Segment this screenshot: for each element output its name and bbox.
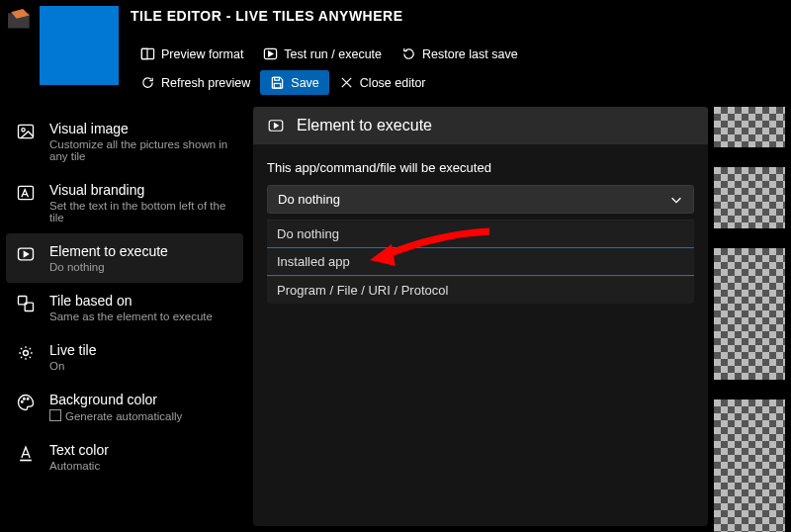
dropdown-option-installed-app[interactable]: Installed app xyxy=(267,247,694,276)
chevron-down-icon xyxy=(669,193,683,207)
svg-rect-6 xyxy=(275,83,282,88)
dropdown-option-do-nothing[interactable]: Do nothing xyxy=(267,220,694,247)
basedon-icon xyxy=(16,294,36,313)
window-title: TILE EDITOR - LIVE TILES ANYWHERE xyxy=(131,8,783,24)
tile-preview-wide xyxy=(714,248,785,381)
tile-preview-column xyxy=(714,101,791,532)
sidebar-item-live-tile[interactable]: Live tile On xyxy=(6,332,243,382)
svg-rect-3 xyxy=(141,48,147,58)
close-icon xyxy=(339,75,354,90)
tile-preview-medium xyxy=(714,167,785,228)
sidebar: Visual image Customize all the pictures … xyxy=(0,101,247,532)
sidebar-item-title: Element to execute xyxy=(49,243,168,259)
text-color-icon xyxy=(16,443,36,463)
sidebar-item-title: Tile based on xyxy=(49,293,213,309)
sidebar-item-sub: Same as the element to execute xyxy=(49,310,213,322)
branding-icon xyxy=(16,183,36,203)
sidebar-item-title: Live tile xyxy=(49,342,96,358)
tile-color-preview xyxy=(40,6,119,85)
toolbar-label: Restore last save xyxy=(422,47,518,61)
panel-title: Element to execute xyxy=(297,117,432,134)
refresh-preview-button[interactable]: Refresh preview xyxy=(131,70,260,95)
toolbar-label: Preview format xyxy=(161,47,243,61)
sidebar-item-visual-branding[interactable]: Visual branding Set the text in the bott… xyxy=(6,172,243,233)
toolbar-label: Close editor xyxy=(360,76,426,90)
tile-preview-large xyxy=(714,399,785,532)
image-icon xyxy=(16,122,36,141)
close-editor-button[interactable]: Close editor xyxy=(329,70,436,95)
svg-point-14 xyxy=(21,400,23,402)
execute-icon xyxy=(267,117,285,134)
tile-preview-small xyxy=(714,107,785,147)
execute-icon xyxy=(16,244,36,264)
sidebar-item-sub: Generate automatically xyxy=(49,409,182,422)
sidebar-item-background-color[interactable]: Background color Generate automatically xyxy=(6,382,243,432)
header: TILE EDITOR - LIVE TILES ANYWHERE Previe… xyxy=(0,0,791,95)
sidebar-item-title: Visual image xyxy=(49,121,233,136)
toolbar-label: Save xyxy=(291,76,319,90)
palette-icon xyxy=(16,393,36,412)
preview-format-button[interactable]: Preview format xyxy=(131,42,253,66)
live-icon xyxy=(16,343,36,363)
sidebar-item-text-color[interactable]: Text color Automatic xyxy=(6,432,243,482)
test-run-icon xyxy=(263,46,278,61)
sidebar-item-sub: Customize all the pictures shown in any … xyxy=(49,138,233,162)
svg-rect-5 xyxy=(275,77,280,80)
app-logo-icon xyxy=(8,10,34,30)
svg-point-8 xyxy=(22,129,25,132)
test-run-button[interactable]: Test run / execute xyxy=(253,42,392,66)
sidebar-item-tile-based-on[interactable]: Tile based on Same as the element to exe… xyxy=(6,283,243,332)
sidebar-item-sub: Automatic xyxy=(49,460,109,472)
svg-rect-7 xyxy=(19,125,34,137)
save-icon xyxy=(270,75,285,90)
restore-button[interactable]: Restore last save xyxy=(392,42,528,66)
sidebar-item-title: Text color xyxy=(49,442,109,458)
main-panel: Element to execute This app/command/file… xyxy=(253,107,708,526)
sidebar-item-title: Background color xyxy=(49,392,182,407)
sidebar-item-title: Visual branding xyxy=(49,182,233,198)
svg-point-13 xyxy=(24,351,29,356)
sidebar-item-sub: Set the text in the bottom left of the t… xyxy=(49,200,233,223)
dropdown-option-program[interactable]: Program / File / URI / Protocol xyxy=(267,276,694,304)
svg-rect-17 xyxy=(20,460,32,462)
combobox-selected-value: Do nothing xyxy=(278,192,340,207)
sidebar-item-sub: On xyxy=(49,360,96,372)
toolbar-label: Refresh preview xyxy=(161,76,250,90)
toolbar-label: Test run / execute xyxy=(284,47,382,61)
execute-combobox[interactable]: Do nothing xyxy=(267,185,694,214)
svg-point-16 xyxy=(27,398,29,399)
execute-dropdown: Do nothing Installed app Program / File … xyxy=(267,220,694,304)
restore-icon xyxy=(401,46,416,61)
panel-header: Element to execute xyxy=(253,107,708,144)
sidebar-item-sub: Do nothing xyxy=(49,261,168,273)
svg-point-15 xyxy=(24,398,26,399)
refresh-icon xyxy=(140,75,155,90)
preview-format-icon xyxy=(140,46,155,61)
toolbar: Preview format Test run / execute Restor… xyxy=(131,42,783,95)
save-button[interactable]: Save xyxy=(260,70,329,95)
sidebar-item-visual-image[interactable]: Visual image Customize all the pictures … xyxy=(6,111,243,172)
sidebar-item-element-to-execute[interactable]: Element to execute Do nothing xyxy=(6,233,243,283)
field-label: This app/command/file will be executed xyxy=(267,160,694,175)
